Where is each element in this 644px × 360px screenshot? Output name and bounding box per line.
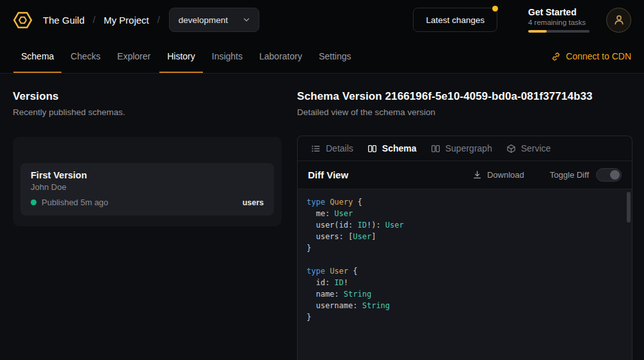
top-bar: The Guild / My Project / development Lat…: [0, 0, 644, 40]
panel-tab-schema[interactable]: Schema: [360, 136, 424, 160]
code-line: }: [307, 242, 623, 254]
tab-history[interactable]: History: [159, 40, 204, 73]
panel-tab-label: Service: [521, 143, 551, 153]
download-icon: [472, 170, 482, 180]
page-tabs: SchemaChecksExplorerHistoryInsightsLabor…: [13, 40, 360, 73]
get-started-progress: [528, 30, 590, 33]
toggle-knob: [610, 170, 620, 180]
versions-title: Versions: [13, 90, 282, 103]
panel-tab-label: Details: [326, 143, 353, 153]
panel-tab-details[interactable]: Details: [304, 136, 360, 160]
version-status-row: Published 5m agousers: [31, 198, 264, 207]
published-dot: [31, 200, 36, 205]
columns-icon: [367, 144, 377, 153]
get-started[interactable]: Get Started 4 remaining tasks: [528, 7, 590, 33]
version-list-item[interactable]: First VersionJohn DoePublished 5m agouse…: [20, 163, 274, 215]
tab-laboratory[interactable]: Laboratory: [251, 40, 310, 73]
breadcrumb-project[interactable]: My Project: [104, 15, 149, 26]
tab-explorer[interactable]: Explorer: [109, 40, 159, 73]
panel-tab-label: Schema: [382, 143, 417, 153]
toggle-diff-label: Toggle Diff: [550, 170, 589, 180]
schema-version-panel: DetailsSchemaSupergraphService Diff View…: [297, 136, 632, 360]
box-icon: [506, 144, 516, 153]
version-detail-section: Schema Version 2166196f-5e10-4059-bd0a-0…: [297, 90, 632, 360]
diff-view-title: Diff View: [308, 169, 348, 180]
schema-code-area: type Query { me: User user(id: ID!): Use…: [298, 189, 632, 360]
environment-selector-value: development: [179, 15, 228, 25]
latest-changes-button[interactable]: Latest changes: [413, 8, 497, 32]
panel-tab-label: Supergraph: [446, 143, 492, 153]
tab-schema[interactable]: Schema: [13, 40, 62, 73]
avatar[interactable]: [606, 8, 631, 33]
version-name: First Version: [31, 170, 264, 180]
main-content: Versions Recently published schemas. Fir…: [0, 74, 644, 360]
hive-app: The Guild / My Project / development Lat…: [0, 0, 644, 360]
diff-toolbar: Diff View Download Toggle Diff: [298, 161, 632, 189]
link-icon: [551, 52, 561, 61]
notification-dot: [492, 6, 498, 12]
connect-cdn-link[interactable]: Connect to CDN: [551, 51, 631, 61]
download-label: Download: [487, 170, 524, 180]
breadcrumb-separator: /: [93, 15, 95, 25]
user-icon: [613, 14, 625, 26]
version-status: Published 5m ago: [42, 198, 108, 207]
code-line: type Query {: [307, 196, 623, 208]
panel-tab-supergraph[interactable]: Supergraph: [424, 136, 499, 160]
progress-fill: [528, 30, 547, 33]
get-started-subtitle: 4 remaining tasks: [528, 19, 590, 26]
panel-tab-service[interactable]: Service: [499, 136, 558, 160]
version-detail-subtitle: Detailed view of the schema version: [297, 107, 632, 117]
version-detail-title: Schema Version 2166196f-5e10-4059-bd0a-0…: [297, 90, 632, 103]
service-badge: users: [243, 198, 264, 207]
tab-settings[interactable]: Settings: [310, 40, 360, 73]
get-started-title: Get Started: [528, 7, 590, 17]
tab-bar: SchemaChecksExplorerHistoryInsightsLabor…: [0, 40, 644, 74]
code-line: username: String: [307, 300, 623, 311]
breadcrumb-separator: /: [157, 15, 160, 25]
breadcrumb: The Guild / My Project /: [43, 15, 160, 26]
code-line: users: [User]: [307, 231, 623, 242]
panel-tabs: DetailsSchemaSupergraphService: [298, 136, 632, 161]
chevron-down-icon: [242, 15, 251, 24]
code-line: }: [307, 311, 623, 323]
versions-card: First VersionJohn DoePublished 5m agouse…: [13, 137, 282, 226]
toggle-diff-switch[interactable]: [596, 168, 622, 182]
code-line: [307, 254, 623, 265]
code-line: type User {: [307, 265, 623, 277]
breadcrumb-org[interactable]: The Guild: [43, 15, 85, 26]
tab-checks[interactable]: Checks: [62, 40, 109, 73]
code-line: me: User: [307, 208, 623, 219]
scrollbar-thumb[interactable]: [627, 192, 631, 223]
versions-section: Versions Recently published schemas. Fir…: [13, 90, 282, 360]
latest-changes-label: Latest changes: [426, 15, 485, 25]
code-line: id: ID!: [307, 277, 623, 288]
code-line: user(id: ID!): User: [307, 219, 623, 231]
download-button[interactable]: Download: [472, 170, 524, 180]
list-icon: [311, 144, 321, 153]
columns-icon: [431, 144, 440, 153]
versions-subtitle: Recently published schemas.: [13, 107, 282, 117]
diff-actions: Download Toggle Diff: [472, 168, 622, 182]
scrollbar[interactable]: [625, 189, 632, 360]
version-list: First VersionJohn DoePublished 5m agouse…: [20, 163, 274, 215]
environment-selector[interactable]: development: [169, 8, 259, 32]
code-block[interactable]: type Query { me: User user(id: ID!): Use…: [298, 189, 632, 330]
version-author: John Doe: [31, 182, 264, 192]
connect-cdn-label: Connect to CDN: [566, 51, 631, 61]
code-line: name: String: [307, 288, 623, 300]
tab-insights[interactable]: Insights: [204, 40, 251, 73]
hive-logo-icon[interactable]: [13, 10, 33, 30]
top-header: The Guild / My Project / development Lat…: [0, 0, 644, 74]
